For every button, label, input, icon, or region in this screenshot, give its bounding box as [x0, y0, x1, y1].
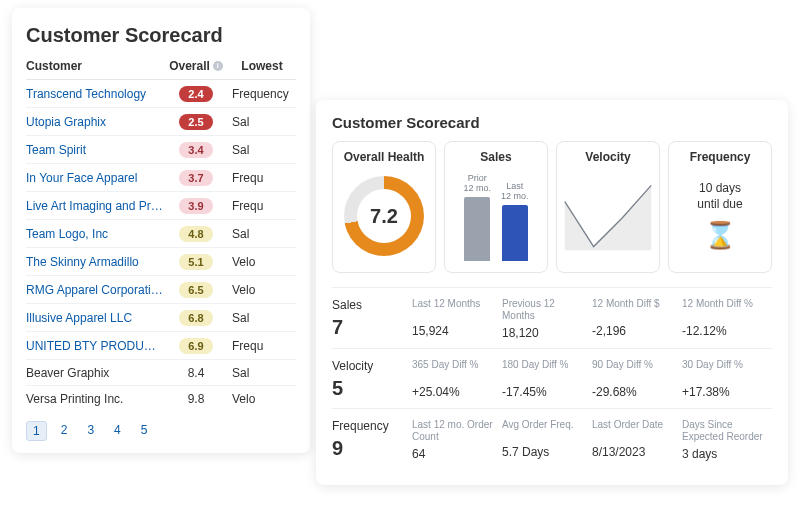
overall-score-cell: 3.7: [164, 170, 228, 186]
lowest-cell: Frequ: [228, 171, 296, 185]
lowest-cell: Frequency: [228, 87, 296, 101]
lowest-cell: Velo: [228, 283, 296, 297]
overall-score-cell: 3.9: [164, 198, 228, 214]
hourglass-icon: ⌛: [704, 220, 736, 251]
tile-frequency: Frequency 10 days until due ⌛: [668, 141, 772, 273]
metric-cell: Last Order Date8/13/2023: [592, 419, 682, 461]
customer-link: Beaver Graphix: [26, 366, 164, 380]
table-row: Transcend Technology2.4Frequency: [26, 80, 296, 108]
lowest-cell: Velo: [228, 392, 296, 406]
tile-title: Sales: [451, 150, 541, 164]
overall-score-cell: 2.5: [164, 114, 228, 130]
scorecard-list-panel: Customer Scorecard Customer Overall i Lo…: [12, 8, 310, 453]
metric-title: Velocity: [332, 359, 412, 373]
table-row: Versa Printing Inc.9.8Velo: [26, 386, 296, 411]
page-3[interactable]: 3: [81, 421, 100, 441]
lowest-cell: Frequ: [228, 339, 296, 353]
table-row: Team Spirit3.4Sal: [26, 136, 296, 164]
customer-link[interactable]: Team Spirit: [26, 143, 164, 157]
lowest-cell: Velo: [228, 255, 296, 269]
page-2[interactable]: 2: [55, 421, 74, 441]
velocity-line-chart: [563, 173, 653, 259]
metric-cell: Avg Order Freq.5.7 Days: [502, 419, 592, 461]
customer-link[interactable]: UNITED BTY PRODUCTS: [26, 339, 164, 353]
overall-score-cell: 4.8: [164, 226, 228, 242]
table-row: Illusive Apparel LLC6.8Sal: [26, 304, 296, 332]
metric-label: 12 Month Diff %: [682, 298, 766, 320]
lowest-cell: Sal: [228, 311, 296, 325]
table-row: Live Art Imaging and Print...3.9Frequ: [26, 192, 296, 220]
metric-value: 8/13/2023: [592, 445, 676, 459]
col-lowest: Lowest: [228, 59, 296, 73]
metric-cell: 180 Day Diff %-17.45%: [502, 359, 592, 400]
table-header: Customer Overall i Lowest: [26, 59, 296, 80]
metric-cell: Previous 12 Months18,120: [502, 298, 592, 340]
overall-score-cell: 6.5: [164, 282, 228, 298]
overall-score-cell: 5.1: [164, 254, 228, 270]
metric-value: 15,924: [412, 324, 496, 338]
customer-link[interactable]: Live Art Imaging and Print...: [26, 199, 164, 213]
sales-bar-chart: Prior 12 mo. Last 12 mo.: [463, 171, 528, 261]
metric-label: Days Since Expected Reorder: [682, 419, 766, 443]
overall-score-cell: 3.4: [164, 142, 228, 158]
metric-label: Last Order Date: [592, 419, 676, 441]
metric-head: Sales7: [332, 298, 412, 340]
customer-link[interactable]: In Your Face Apparel: [26, 171, 164, 185]
tile-velocity: Velocity: [556, 141, 660, 273]
tile-title: Overall Health: [339, 150, 429, 164]
customer-link: Versa Printing Inc.: [26, 392, 164, 406]
customer-link[interactable]: Illusive Apparel LLC: [26, 311, 164, 325]
info-icon[interactable]: i: [213, 61, 223, 71]
overall-score-cell: 6.8: [164, 310, 228, 326]
table-row: Utopia Graphix2.5Sal: [26, 108, 296, 136]
metric-value: -2,196: [592, 324, 676, 338]
metric-label: Last 12 Months: [412, 298, 496, 320]
metric-title: Frequency: [332, 419, 412, 433]
tile-sales: Sales Prior 12 mo. Last 12 mo.: [444, 141, 548, 273]
page-1[interactable]: 1: [26, 421, 47, 441]
bar-last: [502, 205, 528, 261]
table-row: The Skinny Armadillo5.1Velo: [26, 248, 296, 276]
bar-label-prior: Prior 12 mo.: [463, 174, 491, 194]
customer-link[interactable]: Utopia Graphix: [26, 115, 164, 129]
metric-label: Previous 12 Months: [502, 298, 586, 322]
table-row: Beaver Graphix8.4Sal: [26, 360, 296, 386]
customer-link[interactable]: RMG Apparel Corporation: [26, 283, 164, 297]
metric-value: 64: [412, 447, 496, 461]
customer-link[interactable]: Team Logo, Inc: [26, 227, 164, 241]
table-row: Team Logo, Inc4.8Sal: [26, 220, 296, 248]
lowest-cell: Sal: [228, 366, 296, 380]
metric-score: 7: [332, 316, 412, 339]
lowest-cell: Sal: [228, 143, 296, 157]
metric-value: 5.7 Days: [502, 445, 586, 459]
overall-score-cell: 9.8: [164, 392, 228, 406]
overall-score-cell: 6.9: [164, 338, 228, 354]
metric-row-frequency: Frequency9Last 12 mo. Order Count64Avg O…: [332, 408, 772, 469]
metric-value: 18,120: [502, 326, 586, 340]
overall-score-cell: 8.4: [164, 366, 228, 380]
metric-head: Frequency9: [332, 419, 412, 461]
metric-score: 5: [332, 377, 412, 400]
metric-head: Velocity5: [332, 359, 412, 400]
metric-label: Last 12 mo. Order Count: [412, 419, 496, 443]
lowest-cell: Sal: [228, 115, 296, 129]
col-customer: Customer: [26, 59, 164, 73]
page-4[interactable]: 4: [108, 421, 127, 441]
table-row: RMG Apparel Corporation6.5Velo: [26, 276, 296, 304]
metric-label: 180 Day Diff %: [502, 359, 586, 381]
metric-label: 90 Day Diff %: [592, 359, 676, 381]
metric-label: 12 Month Diff $: [592, 298, 676, 320]
metric-cell: 12 Month Diff $-2,196: [592, 298, 682, 340]
customer-link[interactable]: Transcend Technology: [26, 87, 164, 101]
metric-title: Sales: [332, 298, 412, 312]
metric-cell: Last 12 Months15,924: [412, 298, 502, 340]
detail-title: Customer Scorecard: [332, 114, 772, 131]
bar-label-last: Last 12 mo.: [501, 182, 529, 202]
metric-value: -12.12%: [682, 324, 766, 338]
metric-value: -17.45%: [502, 385, 586, 399]
metric-value: -29.68%: [592, 385, 676, 399]
metric-label: 30 Day Diff %: [682, 359, 766, 381]
page-5[interactable]: 5: [135, 421, 154, 441]
customer-link[interactable]: The Skinny Armadillo: [26, 255, 164, 269]
metric-value: +17.38%: [682, 385, 766, 399]
